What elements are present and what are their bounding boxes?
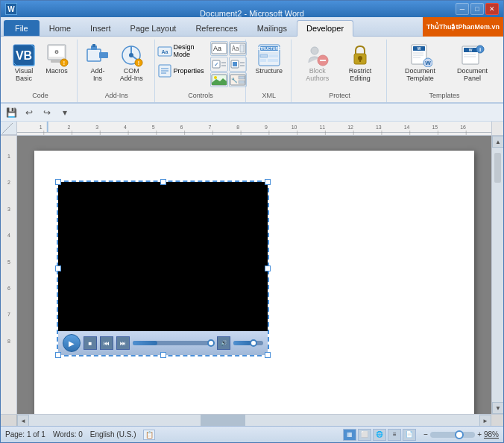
add-ins-label: Add-Ins xyxy=(87,68,108,83)
tab-insert[interactable]: Insert xyxy=(81,20,121,36)
draft-view[interactable]: 📄 xyxy=(403,429,416,441)
progress-bar[interactable] xyxy=(133,341,214,345)
volume-bar[interactable] xyxy=(233,341,263,345)
qa-undo-button[interactable]: ↩ xyxy=(22,105,37,120)
properties-button[interactable]: Properties xyxy=(155,61,207,81)
full-screen-view[interactable]: ⬜ xyxy=(358,429,371,441)
svg-text:2: 2 xyxy=(7,180,10,185)
volume-button[interactable]: 🔊 xyxy=(217,336,230,350)
document-template-button[interactable]: W W Document Template xyxy=(393,41,447,85)
tab-developer[interactable]: Developer xyxy=(297,20,353,37)
picture-button[interactable] xyxy=(210,72,228,87)
volume-handle[interactable] xyxy=(250,339,257,347)
handle-tm[interactable] xyxy=(160,179,166,185)
qa-redo-button[interactable]: ↪ xyxy=(40,105,54,120)
handle-ml[interactable] xyxy=(55,266,61,271)
handle-tl[interactable] xyxy=(55,179,61,185)
ruler-vertical: 1 2 3 4 5 6 7 8 xyxy=(1,136,17,414)
svg-text:Aa: Aa xyxy=(161,49,168,54)
text-field-button[interactable]: Aa xyxy=(229,41,247,56)
add-ins-icon xyxy=(86,43,110,67)
tab-file[interactable]: File xyxy=(4,20,40,36)
scroll-down-button[interactable]: ▼ xyxy=(492,402,503,414)
tab-home[interactable]: Home xyxy=(40,20,81,36)
scroll-left-button[interactable]: ◄ xyxy=(17,415,29,427)
web-layout-view[interactable]: 🌐 xyxy=(373,429,386,441)
com-add-ins-icon: ! xyxy=(119,43,143,67)
svg-rect-8 xyxy=(87,49,101,61)
zoom-minus[interactable]: − xyxy=(423,430,428,439)
handle-bm[interactable] xyxy=(160,352,166,358)
page-container: ▶ ■ ⏮ ⏭ 🔊 xyxy=(17,136,491,414)
qa-save-button[interactable]: 💾 xyxy=(4,105,19,120)
ruler-v-scroll-corner xyxy=(491,122,503,135)
macros-button[interactable]: ⚙ ! Macros xyxy=(41,41,72,78)
window-controls: ─ □ ✕ xyxy=(456,3,499,15)
svg-text:7: 7 xyxy=(208,125,211,130)
stop-button[interactable]: ■ xyxy=(84,336,97,350)
zoom-level[interactable]: 98% xyxy=(484,430,499,439)
svg-rect-11 xyxy=(92,44,95,47)
design-mode-button[interactable]: Aa DesignMode xyxy=(155,41,207,60)
controls-grid: Aa Aa ✓ xyxy=(210,41,247,87)
print-layout-view[interactable]: ▦ xyxy=(343,429,356,441)
svg-rect-46 xyxy=(269,54,278,57)
controls-group-content: Aa DesignMode Properties xyxy=(155,41,247,90)
tab-page-layout[interactable]: Page Layout xyxy=(121,20,186,36)
handle-bl[interactable] xyxy=(55,352,61,358)
svg-text:9: 9 xyxy=(265,125,268,130)
restore-button[interactable]: □ xyxy=(470,3,484,15)
checkbox-button[interactable]: ✓ xyxy=(210,57,228,72)
scroll-up-button[interactable]: ▲ xyxy=(492,136,503,148)
handle-tr[interactable] xyxy=(265,179,271,185)
language-icon[interactable]: 📋 xyxy=(143,430,155,440)
zoom-slider[interactable] xyxy=(430,432,475,438)
handle-mr[interactable] xyxy=(265,266,271,271)
document-panel-button[interactable]: W i Document Panel xyxy=(449,41,496,85)
scroll-right-button[interactable]: ► xyxy=(479,415,491,427)
tab-mailings[interactable]: Mailings xyxy=(248,20,297,36)
next-button[interactable]: ⏭ xyxy=(116,336,130,350)
play-button[interactable]: ▶ xyxy=(63,334,81,352)
qa-more-button[interactable]: ▾ xyxy=(57,105,72,120)
svg-text:5: 5 xyxy=(7,260,10,265)
checkbox2-button[interactable] xyxy=(229,57,247,72)
add-ins-button[interactable]: Add-Ins xyxy=(84,41,112,85)
outline-view[interactable]: ≡ xyxy=(388,429,401,441)
add-ins-group-label: Add-Ins xyxy=(84,92,150,101)
h-scroll-track[interactable] xyxy=(29,415,479,426)
com-add-ins-button[interactable]: ! COM Add-Ins xyxy=(113,41,150,85)
visual-basic-label: Visual Basic xyxy=(15,68,33,83)
text-control-button[interactable]: Aa xyxy=(210,41,228,56)
document-panel-label: Document Panel xyxy=(453,68,492,83)
structure-label: Structure xyxy=(256,68,283,75)
structure-button[interactable]: STRUCTURE Structure xyxy=(252,41,287,78)
scroll-thumb-v[interactable] xyxy=(494,153,501,183)
close-button[interactable]: ✕ xyxy=(485,3,499,15)
tab-references[interactable]: References xyxy=(186,20,247,36)
add-ins-group-content: Add-Ins ! COM Add-Ins xyxy=(84,41,150,90)
svg-point-36 xyxy=(214,76,217,79)
title-bar-left: W xyxy=(5,3,17,15)
page-status: Page: 1 of 1 xyxy=(5,430,45,439)
zoom-slider-handle[interactable] xyxy=(455,430,464,439)
restrict-editing-button[interactable]: Restrict Editing xyxy=(338,41,382,85)
ribbon-group-templates: W W Document Template xyxy=(388,40,500,102)
media-object[interactable]: ▶ ■ ⏮ ⏭ 🔊 xyxy=(57,180,269,356)
minimize-button[interactable]: ─ xyxy=(456,3,469,15)
prev-button[interactable]: ⏮ xyxy=(100,336,113,350)
handle-br[interactable] xyxy=(265,352,271,358)
zoom-plus[interactable]: + xyxy=(477,430,482,439)
block-authors-button[interactable]: Block Authors xyxy=(297,41,337,85)
scroll-track-v[interactable] xyxy=(492,148,503,402)
document-area: 1 2 3 4 5 6 7 8 xyxy=(1,136,503,414)
legacy-tools-button[interactable]: 🔧 xyxy=(229,72,247,87)
svg-text:⚙: ⚙ xyxy=(55,48,59,55)
svg-text:1: 1 xyxy=(7,154,10,159)
progress-handle[interactable] xyxy=(207,339,215,347)
h-scroll-thumb[interactable] xyxy=(201,415,245,426)
visual-basic-button[interactable]: VB Visual Basic xyxy=(8,41,40,85)
code-group-label: Code xyxy=(8,92,72,101)
document-scroll[interactable]: ▶ ■ ⏮ ⏭ 🔊 xyxy=(17,136,491,414)
h-scroll-left-corner xyxy=(1,415,17,426)
